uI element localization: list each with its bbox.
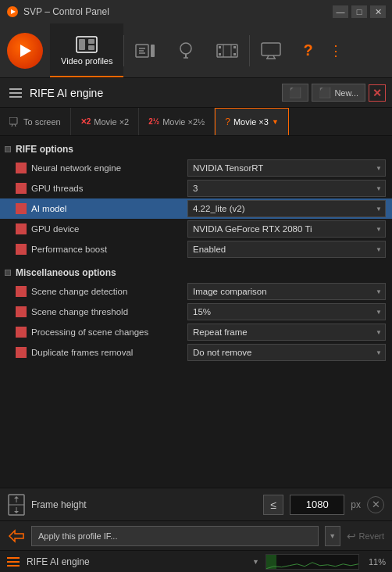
frame-height-clear-button[interactable]: ✕ — [367, 496, 384, 513]
maximize-button[interactable]: □ — [351, 5, 367, 18]
checkbox-scene-threshold[interactable] — [16, 306, 27, 317]
tab-movie-x2-5[interactable]: 2½ Movie ×2½ — [139, 108, 215, 135]
apply-profile-button[interactable]: Apply this profile IF... — [31, 526, 319, 546]
frame-height-icon — [8, 494, 25, 516]
option-row-neural-network: Neural network engine NVIDIA TensorRT — [0, 158, 392, 178]
value-gpu-device[interactable]: NVIDIA GeForce RTX 2080 Ti — [187, 220, 386, 238]
status-graph-lines — [266, 555, 358, 570]
revert-icon: ↩ — [347, 530, 356, 542]
label-processing-scenes: Processing of scene changes — [31, 327, 187, 337]
frame-height-decrease-button[interactable]: ≤ — [263, 495, 283, 515]
window-title: SVP – Control Panel — [23, 6, 109, 17]
frame-height-input[interactable] — [290, 495, 344, 515]
svg-marker-35 — [9, 531, 23, 542]
status-dropdown-arrow[interactable]: ▼ — [252, 558, 259, 566]
tab-movie-x3[interactable]: ? Movie ×3 ▼ — [215, 108, 289, 135]
checkbox-duplicate-frames[interactable] — [16, 347, 27, 358]
nav-item-monitor[interactable] — [250, 23, 292, 77]
option-row-gpu-device: GPU device NVIDIA GeForce RTX 2080 Ti — [0, 219, 392, 239]
help-tab-icon: ? — [225, 116, 230, 127]
value-neural-network[interactable]: NVIDIA TensorRT — [187, 159, 386, 177]
new-profile-button[interactable]: ⬛ New... — [312, 84, 365, 102]
video-profiles-icon — [76, 36, 98, 53]
window-controls: — □ ✕ — [333, 5, 386, 18]
checkbox-gpu-threads[interactable] — [16, 183, 27, 194]
to-screen-tab-icon — [9, 117, 20, 127]
nav-label-video-profiles: Video profiles — [61, 56, 112, 66]
svg-marker-34 — [14, 511, 19, 513]
tab-to-screen[interactable]: To screen — [0, 108, 71, 135]
label-performance-boost: Performance boost — [31, 245, 187, 254]
profile-copy-button[interactable]: ⬛ — [282, 84, 308, 102]
nav-item-input[interactable] — [124, 23, 166, 77]
tab-dropdown-arrow: ▼ — [272, 118, 279, 126]
status-bar: RIFE AI engine ▼ 11% — [0, 550, 392, 572]
checkbox-neural-network[interactable] — [16, 163, 27, 173]
svg-marker-2 — [20, 45, 31, 57]
option-row-gpu-threads: GPU threads 3 — [0, 178, 392, 198]
svg-rect-5 — [88, 39, 94, 44]
value-duplicate-frames[interactable]: Do not remove — [187, 344, 386, 361]
film-icon — [216, 42, 238, 59]
logo-circle — [7, 33, 43, 69]
label-gpu-device: GPU device — [31, 224, 187, 234]
hamburger-line-3 — [9, 96, 22, 98]
nav-item-bulb[interactable] — [166, 23, 205, 77]
hamburger-line-1 — [9, 88, 22, 90]
value-performance-boost[interactable]: Enabled — [187, 241, 386, 258]
option-row-processing-scenes: Processing of scene changes Repeat frame — [0, 322, 392, 342]
option-row-duplicate-frames: Duplicate frames removal Do not remove — [0, 342, 392, 363]
svg-rect-26 — [9, 117, 17, 124]
checkbox-scene-detection[interactable] — [16, 286, 27, 297]
apply-icon — [8, 529, 25, 543]
svg-marker-33 — [14, 496, 19, 499]
status-percent: 11% — [369, 557, 386, 567]
nav-more-button[interactable]: ⋮ — [324, 23, 347, 77]
svg-rect-8 — [151, 45, 155, 57]
value-text-ai-model: 4.22_lite (v2) — [193, 204, 380, 213]
status-graph — [265, 554, 359, 570]
nav-item-video-profiles[interactable]: Video profiles — [50, 23, 123, 77]
minimize-button[interactable]: — — [333, 5, 348, 18]
checkbox-ai-model[interactable] — [16, 203, 27, 214]
value-gpu-threads[interactable]: 3 — [187, 180, 386, 197]
label-scene-threshold: Scene change threshold — [31, 307, 187, 316]
value-ai-model[interactable]: 4.22_lite (v2) — [187, 200, 386, 217]
tab-movie-x3-label: Movie ×3 — [233, 117, 269, 127]
more-icon: ⋮ — [329, 42, 343, 59]
nav-item-help[interactable]: ? — [292, 23, 323, 77]
value-processing-scenes[interactable]: Repeat frame — [187, 324, 386, 341]
svg-rect-4 — [79, 39, 85, 50]
svg-rect-17 — [219, 53, 221, 55]
label-duplicate-frames: Duplicate frames removal — [31, 348, 187, 357]
svg-rect-6 — [88, 45, 94, 50]
x2-5-icon: 2½ — [148, 117, 159, 126]
frame-height-bar: Frame height ≤ px ✕ — [0, 488, 392, 520]
status-menu-icon — [6, 556, 20, 567]
apply-label: Apply this profile IF... — [38, 531, 118, 541]
svg-rect-22 — [262, 43, 280, 55]
apply-dropdown-button[interactable]: ▼ — [325, 526, 340, 546]
label-gpu-threads: GPU threads — [31, 184, 187, 193]
value-scene-detection[interactable]: Image comparison — [187, 283, 386, 300]
label-neural-network: Neural network engine — [31, 163, 187, 173]
apply-bar: Apply this profile IF... ▼ ↩ Revert — [0, 520, 392, 550]
nav-item-film[interactable] — [205, 23, 249, 77]
close-button[interactable]: ✕ — [370, 5, 386, 18]
value-text-scene-threshold: 15% — [193, 307, 380, 316]
option-row-ai-model: AI model 4.22_lite (v2) — [0, 198, 392, 219]
label-scene-detection: Scene change detection — [31, 287, 187, 296]
value-scene-threshold[interactable]: 15% — [187, 303, 386, 320]
checkbox-processing-scenes[interactable] — [16, 327, 27, 338]
profile-close-button[interactable]: ✕ — [369, 84, 386, 102]
checkbox-performance-boost[interactable] — [16, 244, 27, 255]
close-icon: ✕ — [372, 87, 382, 99]
revert-button[interactable]: ↩ Revert — [347, 530, 384, 542]
help-icon: ? — [303, 41, 312, 59]
option-row-scene-detection: Scene change detection Image comparison — [0, 281, 392, 302]
checkbox-gpu-device[interactable] — [16, 223, 27, 234]
hamburger-menu[interactable] — [6, 85, 25, 101]
frame-height-unit: px — [351, 499, 361, 510]
tab-movie-x2[interactable]: ✕2 Movie ×2 — [71, 108, 140, 135]
svg-rect-18 — [233, 46, 236, 48]
